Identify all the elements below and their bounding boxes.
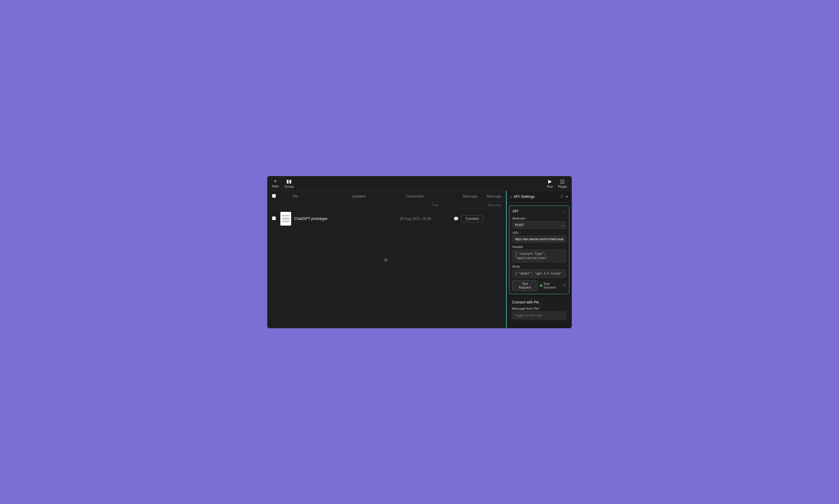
header-code-text: { "Content-Type": "application/json" [515,252,547,259]
methods-label: Methods * [512,217,566,220]
api-section: API ⌃ ⋮ Methods * POST GET PUT DELETE [509,205,570,294]
checkbox-header [272,194,280,199]
column-sub-headers: Time Message [267,202,506,208]
section-menu-icon[interactable]: ⋮ [562,209,566,214]
play-indicator: ▶ [385,256,389,263]
thumb-line-1 [282,215,290,216]
header-code-block[interactable]: { "Content-Type": "application/json" [512,250,566,262]
back-button[interactable]: ‹ [510,194,512,199]
methods-select[interactable]: POST GET PUT DELETE [512,221,566,229]
thumb-line-4 [282,218,290,219]
connection-header: Connection [406,194,454,198]
app-window: + New ▮▮ Group ▶ Run ◫ Plugin [267,176,572,328]
message1-header: Message [454,194,477,198]
pie-header: Pie [280,194,352,198]
new-label: New [272,184,279,188]
thumb-line-5 [282,219,290,220]
column-headers: Pie Updated Connection Message Message [267,191,506,202]
header-label: Header [512,245,566,249]
url-input[interactable] [512,236,566,242]
main-content: Pie Updated Connection Message Message T… [267,191,572,328]
url-required: * [520,231,521,235]
thumb-line-2 [282,216,290,217]
toolbar: + New ▮▮ Group ▶ Run ◫ Plugin [267,176,572,191]
time-header: Time [272,203,477,207]
run-button[interactable]: ▶ Run [547,178,553,188]
connect-section-title: Connect with Pie [512,300,566,304]
table-row[interactable]: ChatGPT prototype 25 Aug 2023, 16:49 💬 C… [267,208,506,230]
api-section-title: API ⌃ [512,209,522,213]
thumbnail-lines [282,215,290,222]
success-dot-icon [540,284,542,287]
project-panel: Pie Updated Connection Message Message T… [267,191,506,328]
methods-label-text: Methods [512,217,525,220]
url-label: URL * [512,231,566,235]
message-from-pie-label: Message from Pie * [512,307,566,310]
api-panel-header: ‹ API Settings ⓘ + [507,191,572,203]
project-name: ChatGPT prototype [294,216,400,221]
message-sub-header: Message [477,203,501,207]
help-icon[interactable]: ⓘ [560,194,564,199]
body-code-block[interactable]: { "model": "gpt-3.5-turbo" [512,269,566,278]
updated-header: Updated [352,194,406,198]
body-code-text: { "model": "gpt-3.5-turbo" [515,272,562,275]
message-from-pie-label-text: Message from Pie [512,307,539,310]
url-label-text: URL [512,231,519,235]
test-success-info-icon: ⓘ [563,284,566,288]
add-icon[interactable]: + [565,194,568,199]
methods-required: * [525,217,527,220]
body-label: Body [512,265,566,268]
project-connection: 💬 Connect [454,215,501,222]
header-label-text: Header [512,245,523,249]
row-checkbox[interactable] [272,216,280,221]
new-icon: + [274,178,277,184]
project-thumbnail [280,212,291,226]
row-select-checkbox[interactable] [272,216,276,220]
plugin-icon: ◫ [560,178,565,184]
toolbar-left: + New ▮▮ Group [272,178,294,188]
message-required: * [539,307,540,310]
connect-button[interactable]: Connect [461,215,484,222]
message2-header: Message [477,194,501,198]
project-date: 25 Aug 2023, 16:49 [400,217,454,221]
connect-with-pie-section: Connect with Pie Message from Pie * [509,297,570,322]
test-success-indicator: Test Success ⓘ [540,282,566,289]
new-button[interactable]: + New [272,178,279,188]
select-all-checkbox[interactable] [272,194,276,198]
group-label: Group [284,185,294,188]
thumb-line-6 [282,220,290,221]
test-request-button[interactable]: Test Request [512,280,538,291]
toolbar-right: ▶ Run ◫ Plugin [547,178,567,188]
section-caret-icon: ⌃ [519,210,522,213]
run-label: Run [547,185,553,188]
plugin-label: Plugin [558,185,567,188]
message-bubble-icon: 💬 [454,216,459,221]
group-button[interactable]: ▮▮ Group [284,178,294,188]
test-success-text: Test Success [543,282,562,289]
api-settings-panel: ‹ API Settings ⓘ + API ⌃ ⋮ Methods * [506,191,572,328]
plugin-button[interactable]: ◫ Plugin [558,178,567,188]
group-icon: ▮▮ [286,178,292,184]
api-title-text: API [512,209,518,213]
thumb-line-7 [282,221,290,222]
api-section-header: API ⌃ ⋮ [512,209,566,214]
thumb-line-3 [282,217,290,218]
body-label-text: Body [512,265,520,268]
api-panel-title: API Settings [513,194,558,199]
message-from-pie-input[interactable] [512,311,566,319]
test-row: Test Request Test Success ⓘ [512,280,566,291]
methods-select-wrapper: POST GET PUT DELETE [512,221,566,231]
run-icon: ▶ [548,178,552,184]
